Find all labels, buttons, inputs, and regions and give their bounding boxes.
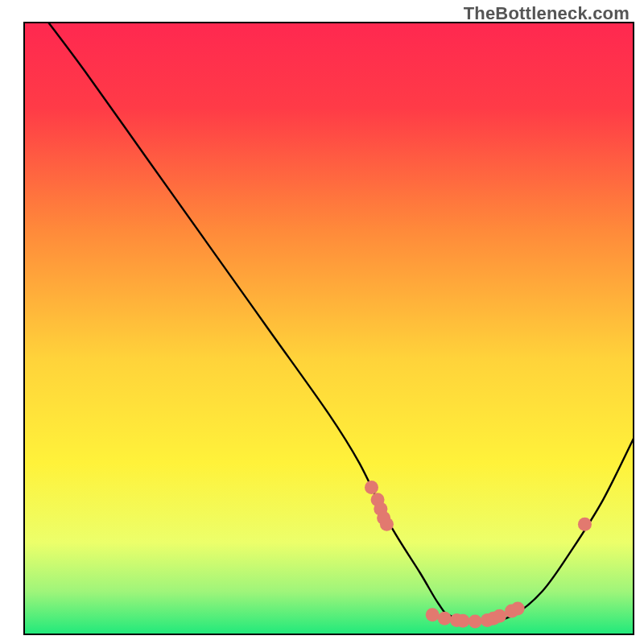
data-point bbox=[456, 614, 470, 628]
data-point bbox=[426, 608, 440, 621]
data-point bbox=[511, 602, 525, 616]
attribution-text: TheBottleneck.com bbox=[464, 3, 630, 24]
data-point bbox=[493, 609, 506, 623]
data-point bbox=[365, 481, 378, 494]
data-point bbox=[438, 612, 452, 625]
chart-svg bbox=[0, 0, 644, 644]
data-point bbox=[380, 518, 394, 531]
chart-container: TheBottleneck.com bbox=[0, 0, 644, 644]
data-point bbox=[578, 518, 592, 531]
data-point bbox=[469, 615, 482, 629]
